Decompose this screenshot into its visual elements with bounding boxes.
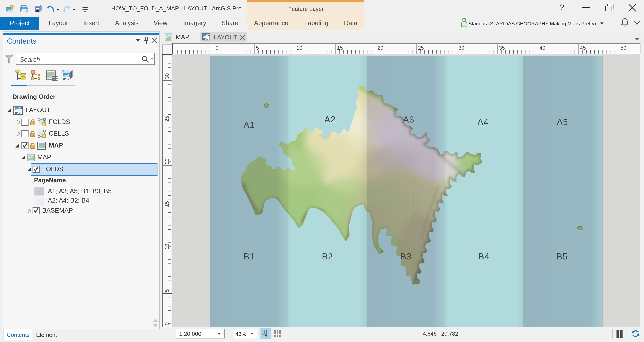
svg-text:50: 50 <box>620 45 626 51</box>
svg-text:A4: A4 <box>478 117 489 127</box>
svg-text:B5: B5 <box>556 251 568 261</box>
svg-text:10: 10 <box>296 45 302 51</box>
svg-text:10: 10 <box>164 244 170 249</box>
svg-text:15: 15 <box>337 45 343 51</box>
svg-text:A5: A5 <box>557 117 568 127</box>
svg-text:25: 25 <box>418 45 424 51</box>
svg-text:20: 20 <box>378 45 383 51</box>
svg-text:0: 0 <box>164 322 170 325</box>
svg-text:B3: B3 <box>400 251 412 261</box>
svg-text:A3: A3 <box>403 115 414 124</box>
svg-text:45: 45 <box>580 45 586 51</box>
svg-text:5: 5 <box>164 289 170 292</box>
svg-text:35: 35 <box>499 45 505 51</box>
svg-text:B1: B1 <box>244 251 255 261</box>
svg-text:B2: B2 <box>322 251 333 261</box>
svg-text:A1: A1 <box>244 120 255 130</box>
svg-text:40: 40 <box>540 45 545 51</box>
svg-text:B4: B4 <box>478 251 490 261</box>
svg-text:A2: A2 <box>324 114 336 124</box>
svg-text:30: 30 <box>164 73 170 79</box>
svg-text:15: 15 <box>164 201 170 207</box>
svg-text:20: 20 <box>164 159 170 164</box>
svg-text:25: 25 <box>164 116 170 122</box>
svg-text:30: 30 <box>458 45 464 51</box>
